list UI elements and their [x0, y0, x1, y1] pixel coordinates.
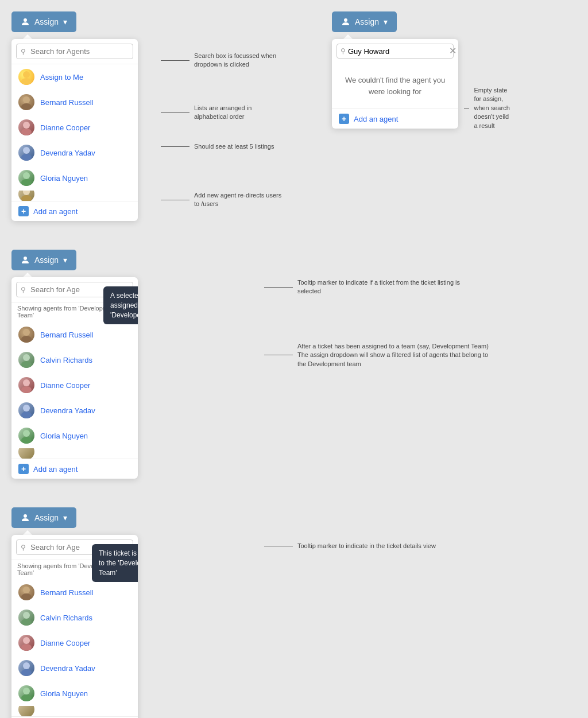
- svg-point-11: [21, 195, 32, 201]
- agent-item-2[interactable]: Devendra Yadav: [11, 140, 138, 165]
- agent-item-3-2[interactable]: Dianne Cooper: [11, 372, 138, 398]
- agent-name-4-0: Bernard Russell: [40, 588, 94, 597]
- agent-name-3-3: Devendra Yadav: [40, 406, 95, 415]
- agent-item-3-4[interactable]: Gloria Nguyen: [11, 423, 138, 448]
- svg-point-5: [21, 129, 32, 135]
- agent-name-3-2: Dianne Cooper: [40, 381, 90, 390]
- search-icon-2: ⚲: [341, 47, 346, 55]
- empty-state: We couldn't find the agent you were look…: [332, 63, 458, 108]
- avatar-3-0: [18, 327, 34, 343]
- tooltip-4: This ticket is assigned to the 'Develope…: [92, 544, 138, 582]
- assign-dropdown-1: ⚲ Assign to Me: [11, 39, 138, 221]
- agent-name-me: Assign to Me: [40, 73, 83, 81]
- avatar-partial-3: [18, 448, 34, 459]
- agent-name-1: Dianne Cooper: [40, 123, 90, 132]
- assign-label-3: Assign: [34, 255, 59, 265]
- add-agent-label-2: Add an agent: [354, 115, 398, 123]
- ann-text-tooltip-3: Tooltip marker to indicate if a ticket f…: [297, 278, 470, 296]
- avatar-partial-4: [18, 706, 34, 716]
- tooltip-text-4: This ticket is assigned to the 'Develope…: [99, 549, 138, 577]
- ann-text-team-3: After a ticket has been assigned to a te…: [297, 342, 498, 368]
- agent-item-4-4[interactable]: Gloria Nguyen: [11, 681, 138, 706]
- avatar-3-3: [18, 402, 34, 418]
- svg-point-27: [21, 644, 32, 651]
- agent-item-1[interactable]: Dianne Cooper: [11, 115, 138, 140]
- ann-line-4: [264, 546, 293, 546]
- agent-item-4-1[interactable]: Calvin Richards: [11, 605, 138, 630]
- assign-button-3[interactable]: Assign ▾: [11, 250, 76, 270]
- annotation-search: Search box is focussed when dropdown is …: [161, 52, 286, 69]
- search-icon: ⚲: [21, 48, 26, 56]
- svg-point-3: [21, 103, 32, 110]
- avatar-4-1: [18, 610, 34, 626]
- avatar-partial: [18, 191, 34, 201]
- dropdown-arrow-2: [343, 34, 353, 39]
- svg-point-19: [21, 412, 32, 418]
- chevron-down-icon-3: ▾: [63, 255, 67, 265]
- assign-label-2: Assign: [355, 17, 379, 26]
- ann-line-empty: [464, 108, 469, 108]
- annotation-alpha: Lists are arranged in alphabetical order: [161, 104, 286, 122]
- agent-name-3-1: Calvin Richards: [40, 356, 92, 364]
- agent-name-4-1: Calvin Richards: [40, 614, 92, 622]
- dropdown-arrow: [23, 34, 32, 39]
- svg-point-17: [21, 386, 32, 393]
- partial-avatar-row-3: [11, 448, 138, 459]
- search-input-1[interactable]: [16, 44, 133, 59]
- agent-item-4-3[interactable]: Devendra Yadav: [11, 655, 138, 681]
- chevron-down-icon: ▾: [63, 17, 67, 26]
- assign-dropdown-3: ⚲ A selected ticket is assigned to the '…: [11, 277, 138, 479]
- annotation-tooltip-3: Tooltip marker to indicate if a ticket f…: [264, 278, 498, 296]
- search-input-container: ⚲: [16, 44, 133, 59]
- avatar-0: [18, 94, 34, 110]
- svg-point-18: [23, 405, 30, 412]
- svg-point-22: [23, 587, 30, 593]
- avatar-4-2: [18, 635, 34, 651]
- avatar-3-1: [18, 352, 34, 368]
- dropdown-panel-2: Assign ▾ ⚲ ✕ We couldn't find the agent …: [332, 11, 458, 129]
- add-agent-item-2[interactable]: + Add an agent: [332, 108, 458, 129]
- ann-line: [161, 200, 189, 200]
- agent-item-4-2[interactable]: Dianne Cooper: [11, 630, 138, 655]
- dropdown-arrow-4: [23, 530, 32, 535]
- ann-text-alpha: Lists are arranged in alphabetical order: [194, 104, 286, 122]
- svg-point-15: [21, 361, 32, 368]
- clear-button[interactable]: ✕: [447, 46, 458, 56]
- agent-list-1: Assign to Me Bernard Russell: [11, 64, 138, 201]
- agent-name-3-0: Bernard Russell: [40, 331, 94, 339]
- agent-item-me[interactable]: Assign to Me: [11, 64, 138, 90]
- annotations-3: Tooltip marker to indicate if a ticket f…: [264, 278, 498, 368]
- assign-button-1[interactable]: Assign ▾: [11, 11, 76, 32]
- svg-point-0: [23, 71, 30, 78]
- agent-item-3-1[interactable]: Calvin Richards: [11, 347, 138, 372]
- ann-text-add: Add new agent re-directs users to /users: [194, 191, 286, 209]
- assign-button-2[interactable]: Assign ▾: [332, 11, 397, 32]
- dropdown-panel-4: Assign ▾ ⚲ This ticket is assigned to th…: [11, 507, 138, 718]
- annotation-tooltip-4: Tooltip marker to indicate in the ticket…: [264, 542, 436, 550]
- ann-line: [264, 287, 293, 288]
- person-icon: [21, 17, 30, 26]
- add-agent-item-1[interactable]: + Add an agent: [11, 201, 138, 221]
- svg-point-9: [21, 179, 32, 186]
- svg-point-13: [21, 336, 32, 343]
- svg-point-29: [21, 669, 32, 676]
- add-agent-item-3[interactable]: + Add an agent: [11, 459, 138, 479]
- agent-item-3-0[interactable]: Bernard Russell: [11, 322, 138, 347]
- agent-list-4: Bernard Russell Calvin Richards Dianne C…: [11, 580, 138, 716]
- svg-point-25: [21, 619, 32, 626]
- agent-item-4-0[interactable]: Bernard Russell: [11, 580, 138, 605]
- agent-item-3[interactable]: Gloria Nguyen: [11, 165, 138, 191]
- search-input-2[interactable]: [348, 47, 444, 56]
- agent-name-2: Devendra Yadav: [40, 149, 95, 157]
- chevron-down-icon-2: ▾: [384, 17, 388, 26]
- avatar-me: [18, 69, 34, 85]
- svg-point-20: [23, 430, 30, 437]
- annotation-empty: Empty state for assign, when search does…: [464, 86, 512, 130]
- agent-item-0[interactable]: Bernard Russell: [11, 90, 138, 115]
- assign-button-4[interactable]: Assign ▾: [11, 507, 76, 528]
- svg-point-28: [23, 662, 30, 669]
- agent-item-3-3[interactable]: Devendra Yadav: [11, 398, 138, 423]
- add-agent-label-3: Add an agent: [33, 465, 78, 474]
- section-3: Assign ▾ ⚲ A selected ticket is assigned…: [11, 250, 577, 479]
- section-1: Assign ▾ ⚲: [11, 11, 577, 221]
